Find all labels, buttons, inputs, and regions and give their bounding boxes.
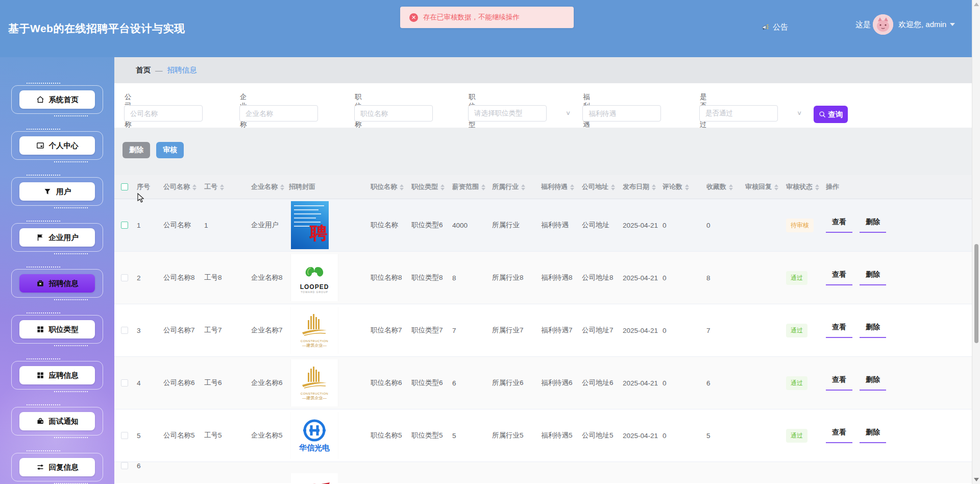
- row-checkbox[interactable]: [121, 462, 128, 469]
- sidebar-pill[interactable]: 系统首页: [19, 90, 95, 109]
- delete-button[interactable]: 删除: [860, 270, 886, 285]
- select-all-checkbox[interactable]: [121, 183, 128, 190]
- view-button[interactable]: 查看: [826, 428, 852, 443]
- row-checkbox[interactable]: [121, 432, 128, 439]
- sort-arrows-icon[interactable]: [521, 184, 525, 190]
- sidebar-item-2[interactable]: 个人中心: [19, 136, 95, 155]
- user-menu[interactable]: 这是 欢迎您, admin: [855, 14, 955, 35]
- bulk-review-button[interactable]: 审核: [156, 142, 184, 158]
- table-row-3: 3公司名称7工号7企业名称7CONSTRUCTION—建筑企业—职位名称7职位类…: [114, 304, 972, 357]
- bulk-delete-button[interactable]: 删除: [122, 142, 150, 158]
- table-header-actions: 操作: [826, 182, 972, 191]
- cell-comments: 0: [663, 274, 706, 282]
- table-header-date[interactable]: 发布日期: [623, 182, 663, 191]
- table-header-type[interactable]: 职位类型: [411, 182, 452, 191]
- cell-welfare: 福利待遇6: [541, 378, 582, 388]
- scroll-up-arrow-icon[interactable]: [974, 3, 979, 6]
- sidebar-item-7[interactable]: 应聘信息: [19, 366, 95, 384]
- sidebar-item-label: 招聘信息: [49, 279, 79, 288]
- sort-arrows-icon[interactable]: [440, 184, 445, 190]
- sidebar-item-3[interactable]: 用户: [19, 182, 95, 201]
- sidebar-item-1[interactable]: 系统首页: [19, 90, 95, 109]
- sidebar-pill[interactable]: 应聘信息: [19, 366, 95, 384]
- table-row-2: 2公司名称8工号8企业名称8LOOPEDTOWARD GROUP职位名称8职位类…: [114, 252, 972, 304]
- cell-num: 6: [137, 462, 163, 470]
- table-header-comments[interactable]: 评论数: [663, 182, 706, 191]
- filter-select[interactable]: 是否通过: [699, 105, 778, 122]
- sidebar-pill[interactable]: 招聘信息: [19, 274, 95, 293]
- table-header-salary[interactable]: 薪资范围: [452, 182, 492, 191]
- chevron-down-icon[interactable]: ∨: [797, 110, 802, 116]
- sort-arrows-icon[interactable]: [220, 184, 224, 190]
- view-button[interactable]: 查看: [826, 270, 852, 285]
- sidebar-pill[interactable]: 回复信息: [19, 458, 95, 476]
- row-checkbox[interactable]: [121, 379, 128, 386]
- scrollbar-thumb[interactable]: [974, 244, 978, 343]
- filter-input[interactable]: [582, 105, 661, 122]
- cell-favorites: 6: [706, 379, 745, 387]
- sort-arrows-icon[interactable]: [652, 184, 656, 190]
- sidebar-item-label: 职位类型: [49, 325, 79, 334]
- sort-arrows-icon[interactable]: [192, 184, 197, 190]
- sort-arrows-icon[interactable]: [280, 184, 284, 190]
- view-button[interactable]: 查看: [826, 217, 852, 233]
- sort-arrows-icon[interactable]: [400, 184, 404, 190]
- sidebar-item-6[interactable]: 职位类型: [19, 320, 95, 338]
- view-button[interactable]: 查看: [826, 375, 852, 391]
- sort-arrows-icon[interactable]: [685, 184, 689, 190]
- view-button[interactable]: 查看: [826, 323, 852, 338]
- avatar[interactable]: [873, 14, 893, 35]
- sidebar-pill[interactable]: 职位类型: [19, 320, 95, 338]
- sidebar-pill[interactable]: 面试通知: [19, 412, 95, 430]
- filter-select[interactable]: 请选择职位类型: [468, 105, 547, 122]
- sidebar-pill[interactable]: 用户: [19, 182, 95, 201]
- sort-arrows-icon[interactable]: [570, 184, 574, 190]
- breadcrumb-current[interactable]: 招聘信息: [167, 65, 197, 75]
- sidebar-item-5[interactable]: 招聘信息: [19, 274, 95, 293]
- cell-date: 2025-04-21: [623, 327, 663, 334]
- cell-enterprise: 企业名称5: [251, 431, 289, 440]
- sidebar-item-label: 系统首页: [49, 95, 79, 105]
- sort-arrows-icon[interactable]: [729, 184, 733, 190]
- vertical-scrollbar[interactable]: [972, 0, 980, 484]
- scroll-down-arrow-icon[interactable]: [974, 478, 979, 481]
- table-header-company[interactable]: 公司名称: [163, 182, 204, 191]
- cell-salary: 5: [452, 432, 492, 440]
- row-checkbox[interactable]: [121, 222, 128, 229]
- table-header-status[interactable]: 审核状态: [786, 182, 826, 191]
- delete-button[interactable]: 删除: [860, 217, 886, 233]
- table-header-address[interactable]: 公司地址: [582, 182, 623, 191]
- caret-down-icon[interactable]: [950, 23, 955, 26]
- sort-arrows-icon[interactable]: [774, 184, 778, 190]
- sidebar-item-8[interactable]: 面试通知: [19, 412, 95, 430]
- announcement-link[interactable]: 公告: [762, 22, 788, 32]
- sidebar-item-9[interactable]: 回复信息: [19, 458, 95, 476]
- delete-button[interactable]: 删除: [860, 428, 886, 443]
- filter-input[interactable]: [124, 105, 203, 122]
- table-header-industry[interactable]: 所属行业: [492, 182, 541, 191]
- chevron-down-icon[interactable]: ∨: [566, 110, 571, 116]
- cell-date: 2025-04-21: [623, 379, 663, 387]
- table-header-favorites[interactable]: 收藏数: [706, 182, 745, 191]
- delete-button[interactable]: 删除: [860, 375, 886, 391]
- sort-arrows-icon[interactable]: [815, 184, 819, 190]
- row-checkbox[interactable]: [121, 327, 128, 334]
- row-checkbox[interactable]: [121, 274, 128, 281]
- flag-icon: [36, 233, 44, 241]
- breadcrumb-home[interactable]: 首页: [136, 65, 151, 75]
- cell-type: 职位类型6: [411, 221, 452, 230]
- table-header-worker_id[interactable]: 工号: [204, 182, 251, 191]
- sidebar-pill[interactable]: 个人中心: [19, 136, 95, 155]
- sort-arrows-icon[interactable]: [611, 184, 615, 190]
- table-header-enterprise[interactable]: 企业名称: [251, 182, 289, 191]
- filter-input[interactable]: [354, 105, 433, 122]
- sidebar-pill[interactable]: 企业用户: [19, 228, 95, 247]
- delete-button[interactable]: 删除: [860, 323, 886, 338]
- search-button[interactable]: 查询: [814, 106, 848, 123]
- table-header-reply[interactable]: 审核回复: [745, 182, 786, 191]
- filter-input[interactable]: [239, 105, 318, 122]
- sort-arrows-icon[interactable]: [481, 184, 485, 190]
- table-header-welfare[interactable]: 福利待遇: [541, 182, 582, 191]
- table-header-position[interactable]: 职位名称: [371, 182, 411, 191]
- sidebar-item-4[interactable]: 企业用户: [19, 228, 95, 247]
